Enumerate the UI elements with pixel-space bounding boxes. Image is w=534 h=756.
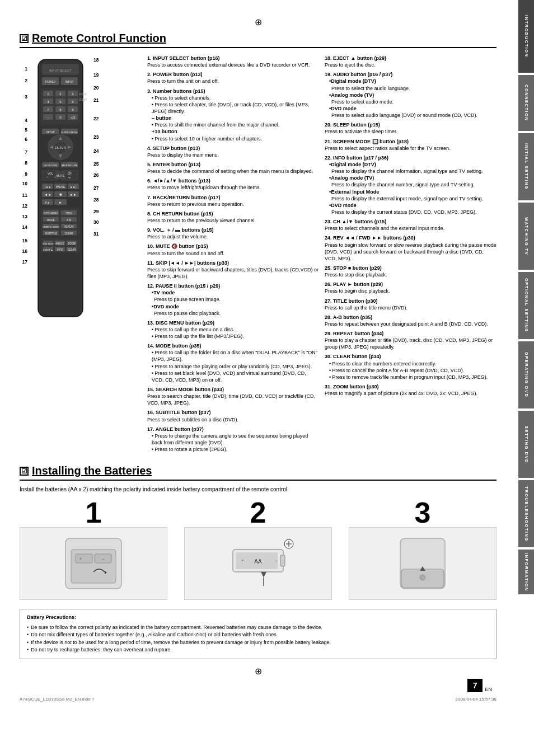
- step3-svg: [378, 533, 467, 594]
- item-13: 13. DISC MENU button (p29) Press to call…: [147, 320, 319, 340]
- precautions-title: Battery Precautions:: [27, 614, 489, 622]
- item-21: 21. SCREEN MODE 🔲 button (p18) Press to …: [325, 138, 496, 152]
- label-18: 18: [93, 57, 101, 63]
- label-25: 25: [93, 161, 101, 167]
- tab-information[interactable]: INFORMATION: [518, 550, 534, 594]
- battery-step-3: 3: [349, 498, 496, 600]
- item-1: 1. INPUT SELECT button (p16) Press to ac…: [147, 55, 319, 68]
- svg-text:POWER: POWER: [45, 80, 56, 83]
- item-15: 15. SEARCH MODE button (p33) Press to se…: [147, 386, 319, 406]
- batteries-intro: Install the batteries (AA x 2) matching …: [20, 486, 496, 492]
- right-tabs: INTRODUCTION CONNECTION INITIAL SETTING …: [518, 0, 534, 756]
- label-17: 17: [20, 259, 27, 265]
- tab-initial-setting[interactable]: INITIAL SETTING: [518, 133, 534, 200]
- svg-text:►►: ►►: [70, 193, 77, 196]
- svg-text:EJECT ▲: EJECT ▲: [43, 248, 53, 251]
- registration-mark-top: ⊕: [20, 17, 496, 27]
- tab-operating-dvd[interactable]: OPERATING DVD: [518, 341, 534, 408]
- item-11: 11. SKIP |◄◄ / ►►| buttons (p33) Press t…: [147, 260, 319, 280]
- item-27: 27. TITLE button (p30) Press to call up …: [325, 298, 496, 311]
- svg-text:■: ■: [59, 192, 62, 196]
- batteries-title-text: Installing the Batteries: [32, 464, 152, 477]
- tab-watching-tv[interactable]: WATCHING TV: [518, 203, 534, 270]
- svg-text:►: ►: [59, 201, 62, 204]
- label-31: 31: [93, 231, 101, 237]
- label-3: 3: [20, 94, 27, 100]
- label-21: 21: [93, 97, 101, 103]
- left-number-labels: 1 2 3 4 5 6 7 8 9 10 11 12 13 14: [20, 55, 30, 325]
- label-13: 13: [20, 214, 27, 219]
- item-17: 17. ANGLE button (p37) Press to change t…: [147, 426, 319, 453]
- item-22: 22. INFO button (p17 / p36) •Digital mod…: [325, 154, 496, 215]
- battery-step-2: 2 AA + –: [184, 498, 332, 600]
- item-9: 9. VOL. ＋ / ▬ buttons (p15) Press to adj…: [147, 227, 319, 240]
- tab-introduction[interactable]: INTRODUCTION: [518, 0, 534, 73]
- svg-rect-107: [76, 554, 92, 563]
- svg-text:CLEAR: CLEAR: [67, 248, 76, 251]
- item-6: 6. ◄/►/▲/▼ buttons (p13) Press to move l…: [147, 177, 319, 191]
- label-29: 29: [93, 209, 101, 214]
- label-8: 8: [20, 160, 27, 166]
- label-4: 4: [20, 118, 27, 123]
- batteries-section: ☑ Installing the Batteries Install the b…: [20, 464, 496, 659]
- svg-text:–: –: [48, 116, 49, 119]
- item-28: 28. A-B button (p35) Press to repeat bet…: [325, 314, 496, 327]
- batteries-header: ☑ Installing the Batteries: [20, 464, 496, 481]
- tab-setting-dvd[interactable]: SETTING DVD: [518, 411, 534, 478]
- label-26: 26: [93, 172, 101, 178]
- remote-wrapper: 1 2 3 4 5 6 7 8 9 10 11 12 13 14: [20, 55, 143, 325]
- label-5: 5: [20, 127, 27, 133]
- step-number-2: 2: [184, 498, 332, 527]
- desc-column-right: 18. EJECT ▲ button (p29) Press to eject …: [325, 55, 496, 456]
- battery-steps-row: 1 + –: [20, 498, 496, 600]
- svg-text:BACK/RETURN: BACK/RETURN: [62, 164, 78, 167]
- item-24: 24. REV ◄◄ / FWD ►► buttons (p30) Press …: [325, 234, 496, 262]
- item-20: 20. SLEEP button (p15) Press to activate…: [325, 121, 496, 135]
- label-11: 11: [20, 192, 27, 198]
- remote-illustration-area: 1 2 3 4 5 6 7 8 9 10 11 12 13 14: [20, 55, 143, 456]
- precaution-2: • Do not mix different types of batterie…: [27, 631, 489, 639]
- item-25: 25. STOP ■ button (p29) Press to stop di…: [325, 265, 496, 278]
- step2-svg: AA + –: [213, 533, 303, 594]
- item-5: 5. ENTER button (p13) Press to decide th…: [147, 161, 319, 175]
- item-29: 29. REPEAT button (p34) Press to play a …: [325, 330, 496, 350]
- label-14: 14: [20, 224, 27, 230]
- item-7: 7. BACK/RETURN button (p17) Press to ret…: [147, 194, 319, 208]
- tab-connection[interactable]: CONNECTION: [518, 75, 534, 131]
- svg-text:INFO: INFO: [57, 248, 63, 251]
- svg-text:REPEAT: REPEAT: [64, 226, 74, 228]
- item-30: 30. CLEAR button (p34) Press to clear th…: [325, 353, 496, 381]
- svg-text:SEARCH MODE: SEARCH MODE: [43, 226, 59, 228]
- remote-title-text: Remote Control Function: [32, 32, 166, 45]
- remote-svg-container: INPUT SELECT POWER INPUT 1: [30, 55, 91, 325]
- page-number-area: 7 EN: [20, 679, 496, 692]
- bottom-registration: ⊕: [20, 666, 496, 677]
- footer-date: 2008/04/04 15:57:38: [456, 697, 496, 702]
- label-9: 9: [20, 171, 27, 177]
- item-31: 31. ZOOM button (p30) Press to magnify a…: [325, 383, 496, 397]
- label-30: 30: [93, 219, 101, 225]
- svg-text:SETUP: SETUP: [46, 131, 54, 134]
- svg-text:AUDIO: AUDIO: [79, 93, 87, 96]
- svg-text:AA: AA: [254, 558, 262, 565]
- svg-text:►►|: ►►|: [70, 185, 76, 189]
- label-28: 28: [93, 197, 101, 203]
- item-3: 3. Number buttons (p15) Press to select …: [147, 88, 319, 142]
- label-24: 24: [93, 148, 101, 154]
- label-7: 7: [20, 149, 27, 155]
- item-19: 19. AUDIO button (p16 / p37) •Digital mo…: [325, 71, 496, 119]
- descriptions-columns: 1. INPUT SELECT button (p16) Press to ac…: [147, 55, 496, 456]
- section-title-remote: ☑ Remote Control Function: [20, 32, 166, 45]
- svg-text:TITLE: TITLE: [65, 212, 72, 215]
- step-number-1: 1: [20, 498, 167, 527]
- item-10: 10. MUTE 🔇 button (p15) Press to turn th…: [147, 243, 319, 256]
- item-23: 23. CH ▲/▼ buttons (p15) Press to select…: [325, 218, 496, 232]
- svg-marker-118: [261, 572, 266, 577]
- tab-troubleshooting[interactable]: TROUBLESHOOTING: [518, 480, 534, 547]
- label-27: 27: [93, 185, 101, 191]
- svg-text:|◄◄: |◄◄: [44, 185, 50, 189]
- item-14: 14. MODE button (p35) Press to call up t…: [147, 342, 319, 383]
- svg-text:ENTER: ENTER: [55, 146, 67, 149]
- battery-step-1: 1 + –: [20, 498, 167, 600]
- tab-optional-setting[interactable]: OPTIONAL SETTING: [518, 272, 534, 339]
